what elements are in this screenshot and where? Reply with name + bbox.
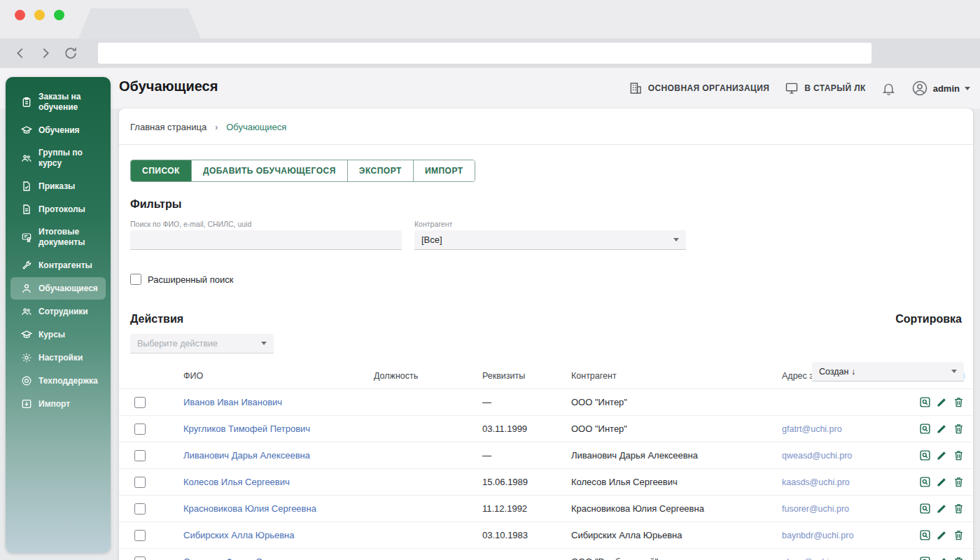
pencil-icon bbox=[936, 476, 948, 488]
final-documents-icon bbox=[21, 232, 32, 243]
sidebar-item-course-groups[interactable]: Группы по курсу bbox=[10, 142, 106, 174]
sidebar-item-label: Группы по курсу bbox=[38, 148, 102, 169]
sidebar-item-support[interactable]: Техподдержка bbox=[10, 370, 106, 392]
email-link[interactable]: kaasds@uchi.pro bbox=[782, 477, 915, 487]
sidebar-item-final-documents[interactable]: Итоговые документы bbox=[10, 221, 106, 253]
view-button[interactable] bbox=[919, 556, 931, 560]
tab-import[interactable]: ИМПОРТ bbox=[413, 160, 475, 181]
details-cell: 03.11.1999 bbox=[482, 424, 571, 434]
delete-button[interactable] bbox=[953, 556, 965, 560]
bell-icon bbox=[881, 81, 896, 96]
email-link[interactable]: fusorer@uchi.pro bbox=[782, 504, 915, 514]
breadcrumb-home-link[interactable]: Главная страница bbox=[130, 122, 206, 132]
sidebar-item-orders[interactable]: Заказы на обучение bbox=[10, 86, 106, 118]
row-checkbox[interactable] bbox=[134, 450, 146, 461]
edit-button[interactable] bbox=[936, 476, 948, 488]
student-name-link[interactable]: Ливанович Дарья Алексеевна bbox=[183, 450, 374, 461]
row-checkbox[interactable] bbox=[134, 503, 146, 514]
delete-button[interactable] bbox=[953, 503, 965, 514]
view-button[interactable] bbox=[919, 476, 931, 488]
delete-button[interactable] bbox=[953, 423, 965, 435]
student-name-link[interactable]: Кругликов Тимофей Петрович bbox=[183, 424, 374, 434]
trainings-icon bbox=[21, 125, 32, 136]
old-lk-button[interactable]: В СТАРЫЙ ЛК bbox=[785, 81, 865, 95]
edit-button[interactable] bbox=[936, 556, 948, 560]
reload-icon[interactable] bbox=[63, 46, 78, 61]
delete-button[interactable] bbox=[953, 529, 965, 541]
tab-add-student[interactable]: ДОБАВИТЬ ОБУЧАЮЩЕГОСЯ bbox=[191, 160, 347, 181]
edit-button[interactable] bbox=[936, 503, 948, 514]
pencil-icon bbox=[936, 556, 948, 560]
edit-button[interactable] bbox=[936, 529, 948, 541]
organization-button[interactable]: ОСНОВНАЯ ОРГАНИЗАЦИЯ bbox=[629, 81, 770, 95]
advanced-search-checkbox[interactable] bbox=[130, 274, 141, 285]
decrees-icon bbox=[21, 181, 32, 192]
email-link[interactable]: nhyra@uchi.pro bbox=[782, 557, 915, 560]
sort-select[interactable]: Создан ↓ bbox=[812, 362, 964, 382]
sidebar-item-courses[interactable]: Курсы bbox=[10, 323, 106, 346]
sidebar-item-students[interactable]: Обучающиеся bbox=[10, 277, 106, 300]
tab-list[interactable]: СПИСОК bbox=[131, 160, 191, 181]
edit-button[interactable] bbox=[936, 449, 948, 461]
sidebar-item-employees[interactable]: Сотрудники bbox=[10, 300, 106, 323]
chevron-down-icon bbox=[261, 342, 267, 345]
view-button[interactable] bbox=[919, 423, 931, 435]
email-link[interactable]: qweasd@uchi.pro bbox=[782, 451, 915, 461]
email-link[interactable]: gfatrt@uchi.pro bbox=[782, 424, 915, 434]
pencil-icon bbox=[936, 423, 948, 435]
view-button[interactable] bbox=[919, 396, 931, 408]
counterparty-cell: Сибирских Алла Юрьевна bbox=[571, 530, 782, 540]
browser-tab-bar bbox=[0, 0, 980, 38]
col-details: Реквизиты bbox=[482, 371, 571, 381]
back-icon[interactable] bbox=[13, 46, 28, 61]
sidebar-item-import[interactable]: Импорт bbox=[10, 393, 106, 415]
counterparty-cell: ООО "Интер" bbox=[571, 424, 782, 434]
address-bar[interactable] bbox=[98, 43, 872, 64]
sidebar-item-decrees[interactable]: Приказы bbox=[10, 175, 106, 197]
delete-button[interactable] bbox=[953, 449, 965, 461]
counterparty-select[interactable]: [Все] bbox=[414, 230, 686, 250]
sidebar-item-contractors[interactable]: Контрагенты bbox=[10, 254, 106, 276]
view-button[interactable] bbox=[919, 529, 931, 541]
chevron-down-icon bbox=[673, 238, 679, 241]
forward-icon[interactable] bbox=[38, 46, 53, 61]
student-name-link[interactable]: Иванов Иван Иванович bbox=[183, 397, 374, 407]
user-menu[interactable]: admin bbox=[911, 80, 970, 97]
trash-icon bbox=[953, 396, 965, 408]
notifications-button[interactable] bbox=[881, 81, 896, 96]
view-button[interactable] bbox=[919, 449, 931, 461]
edit-button[interactable] bbox=[936, 396, 948, 408]
sidebar-item-settings[interactable]: Настройки bbox=[10, 346, 106, 369]
col-counterparty: Контрагент bbox=[571, 371, 782, 381]
magnifier-icon bbox=[919, 396, 931, 408]
maximize-window-button[interactable] bbox=[54, 10, 64, 20]
tab-export[interactable]: ЭКСПОРТ bbox=[347, 160, 413, 181]
tab-bar: СПИСОК ДОБАВИТЬ ОБУЧАЮЩЕГОСЯ ЭКСПОРТ ИМП… bbox=[130, 160, 475, 182]
details-cell: — bbox=[482, 556, 571, 560]
minimize-window-button[interactable] bbox=[34, 10, 45, 20]
student-name-link[interactable]: Сибирских Алла Юрьевна bbox=[183, 530, 374, 540]
action-select[interactable]: Выберите действие bbox=[130, 334, 274, 354]
edit-button[interactable] bbox=[936, 423, 948, 435]
browser-tab[interactable] bbox=[78, 8, 201, 38]
search-input[interactable] bbox=[130, 230, 402, 250]
sidebar-item-protocols[interactable]: Протоколы bbox=[10, 198, 106, 220]
page-title: Обучающиеся bbox=[119, 78, 218, 94]
sidebar-item-label: Обучающиеся bbox=[38, 284, 98, 294]
row-checkbox[interactable] bbox=[134, 477, 146, 488]
row-checkbox[interactable] bbox=[134, 424, 146, 435]
close-window-button[interactable] bbox=[15, 10, 25, 20]
view-button[interactable] bbox=[919, 503, 931, 514]
delete-button[interactable] bbox=[953, 396, 965, 408]
student-name-link[interactable]: Колесов Илья Сергеевич bbox=[183, 477, 374, 487]
row-checkbox[interactable] bbox=[134, 556, 146, 560]
delete-button[interactable] bbox=[953, 476, 965, 488]
filters-heading: Фильтры bbox=[130, 198, 962, 211]
row-checkbox[interactable] bbox=[134, 530, 146, 541]
email-link[interactable]: baynbdr@uchi.pro bbox=[782, 531, 915, 540]
student-name-link[interactable]: Красновикова Юлия Сергеевна bbox=[183, 503, 374, 514]
student-name-link[interactable]: Сверчков Федор Сергеевич bbox=[183, 556, 374, 560]
sidebar-item-trainings[interactable]: Обучения bbox=[10, 119, 106, 141]
row-checkbox[interactable] bbox=[134, 397, 146, 408]
app-header: Обучающиеся ОСНОВНАЯ ОРГАНИЗАЦИЯ В СТАРЫ… bbox=[0, 68, 980, 108]
